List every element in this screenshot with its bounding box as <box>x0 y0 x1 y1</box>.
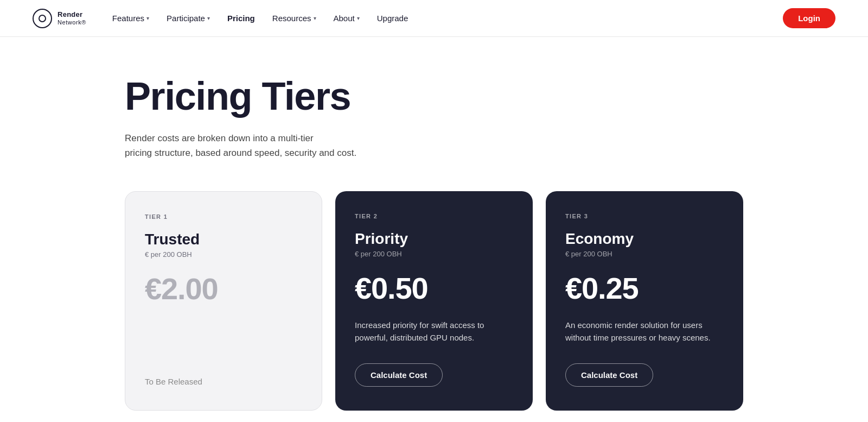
tier3-card: TIER 3 Economy € per 200 OBH €0.25 An ec… <box>546 191 743 411</box>
tier3-name: Economy <box>565 230 724 248</box>
login-button[interactable]: Login <box>783 8 835 28</box>
logo-icon <box>33 9 52 28</box>
nav-link-upgrade[interactable]: Upgrade <box>371 10 415 26</box>
tier1-label: TIER 1 <box>145 213 302 220</box>
tier1-name: Trusted <box>145 231 302 248</box>
tier1-status: To Be Released <box>145 377 302 386</box>
tier1-card: TIER 1 Trusted € per 200 OBH €2.00 To Be… <box>125 191 322 411</box>
nav-link-about[interactable]: About ▾ <box>327 10 366 26</box>
page-title: Pricing Tiers <box>125 75 743 118</box>
nav-left: Render Network® Features ▾ Participate ▾… <box>33 9 414 28</box>
tier3-price: €0.25 <box>565 273 724 304</box>
tier3-unit: € per 200 OBH <box>565 250 724 258</box>
pricing-cards: TIER 1 Trusted € per 200 OBH €2.00 To Be… <box>125 191 743 411</box>
tier3-calculate-button[interactable]: Calculate Cost <box>565 363 653 387</box>
logo-line1: Render <box>58 10 86 19</box>
tier2-card: TIER 2 Priority € per 200 OBH €0.50 Incr… <box>335 191 533 411</box>
nav-link-features[interactable]: Features ▾ <box>106 10 156 26</box>
tier2-unit: € per 200 OBH <box>355 250 513 258</box>
tier2-calculate-button[interactable]: Calculate Cost <box>355 363 443 387</box>
tier1-unit: € per 200 OBH <box>145 250 302 259</box>
chevron-down-icon: ▾ <box>357 15 360 21</box>
tier2-label: TIER 2 <box>355 213 513 219</box>
navbar: Render Network® Features ▾ Participate ▾… <box>0 0 868 37</box>
nav-links: Features ▾ Participate ▾ Pricing Resourc… <box>106 10 414 26</box>
nav-link-participate[interactable]: Participate ▾ <box>160 10 216 26</box>
logo-line2: Network® <box>58 19 86 26</box>
tier3-desc: An economic render solution for users wi… <box>565 319 724 344</box>
nav-link-resources[interactable]: Resources ▾ <box>266 10 323 26</box>
main-content: Pricing Tiers Render costs are broken do… <box>0 37 868 422</box>
chevron-down-icon: ▾ <box>207 15 210 21</box>
tier2-name: Priority <box>355 230 513 248</box>
tier3-label: TIER 3 <box>565 213 724 219</box>
tier2-desc: Increased priority for swift access to p… <box>355 319 513 344</box>
chevron-down-icon: ▾ <box>314 15 316 21</box>
tier2-price: €0.50 <box>355 273 513 304</box>
nav-link-pricing[interactable]: Pricing <box>221 10 261 26</box>
logo[interactable]: Render Network® <box>33 9 86 28</box>
tier1-price: €2.00 <box>145 274 302 304</box>
chevron-down-icon: ▾ <box>146 15 149 21</box>
page-subtitle: Render costs are broken down into a mult… <box>125 131 363 160</box>
